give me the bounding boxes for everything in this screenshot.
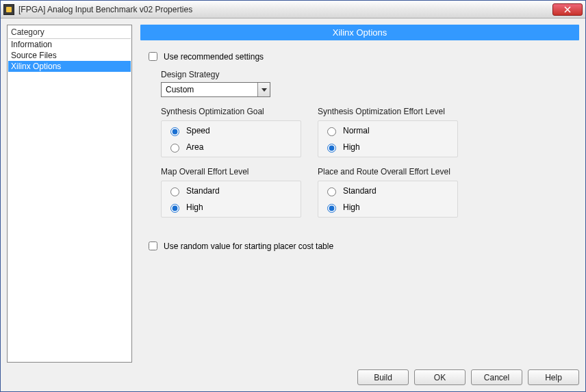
par-effort-standard-label: Standard	[343, 186, 377, 196]
synthesis-goal-options: Speed Area	[161, 120, 301, 157]
svg-marker-2	[262, 88, 267, 92]
window-title: [FPGA] Analog Input Benchmark v02 Proper…	[18, 5, 552, 14]
synthesis-effort-high[interactable]: High	[324, 142, 452, 153]
synthesis-goal-speed-radio[interactable]	[170, 127, 179, 136]
map-effort-options: Standard High	[161, 181, 301, 218]
chevron-down-icon	[262, 88, 267, 92]
synthesis-effort-high-radio[interactable]	[327, 144, 336, 153]
group-row-2: Map Overall Effort Level Standard High	[161, 167, 575, 218]
synthesis-effort-normal[interactable]: Normal	[324, 125, 452, 136]
synthesis-effort-group: Synthesis Optimization Effort Level Norm…	[318, 107, 458, 157]
par-effort-title: Place and Route Overall Effort Level	[318, 167, 458, 177]
design-strategy-label: Design Strategy	[161, 70, 575, 79]
client-area: Category Information Source Files Xilinx…	[1, 18, 585, 391]
close-button[interactable]	[552, 3, 583, 16]
par-effort-group: Place and Route Overall Effort Level Sta…	[318, 167, 458, 218]
help-button[interactable]: Help	[528, 369, 579, 385]
synthesis-effort-normal-label: Normal	[343, 126, 370, 135]
map-effort-high[interactable]: High	[167, 202, 295, 213]
par-effort-options: Standard High	[318, 181, 458, 218]
map-effort-standard-label: Standard	[186, 186, 220, 196]
sidebar-item-xilinx-options[interactable]: Xilinx Options	[8, 61, 131, 72]
par-effort-high-label: High	[343, 202, 360, 212]
close-icon	[564, 6, 571, 13]
sidebar-header: Category	[8, 26, 131, 39]
properties-window: [FPGA] Analog Input Benchmark v02 Proper…	[0, 0, 586, 392]
titlebar: [FPGA] Analog Input Benchmark v02 Proper…	[1, 1, 585, 18]
use-recommended-checkbox[interactable]: Use recommended settings	[146, 50, 575, 63]
category-sidebar: Category Information Source Files Xilinx…	[7, 25, 132, 363]
synthesis-goal-group: Synthesis Optimization Goal Speed Area	[161, 107, 301, 157]
synthesis-goal-area-label: Area	[186, 142, 203, 152]
synthesis-goal-title: Synthesis Optimization Goal	[161, 107, 301, 116]
map-effort-high-label: High	[186, 202, 203, 212]
ok-button[interactable]: OK	[414, 369, 466, 385]
form-area: Use recommended settings Design Strategy…	[140, 40, 579, 259]
synthesis-goal-speed-label: Speed	[186, 126, 210, 135]
par-effort-standard[interactable]: Standard	[324, 185, 452, 196]
use-recommended-label: Use recommended settings	[164, 52, 264, 62]
design-strategy-value: Custom	[166, 85, 194, 94]
group-row-1: Synthesis Optimization Goal Speed Area	[161, 107, 575, 157]
map-effort-group: Map Overall Effort Level Standard High	[161, 167, 301, 218]
main-panel: Xilinx Options Use recommended settings …	[140, 25, 579, 363]
body-row: Category Information Source Files Xilinx…	[7, 25, 579, 363]
synthesis-effort-normal-radio[interactable]	[327, 127, 336, 136]
map-effort-standard[interactable]: Standard	[167, 185, 295, 196]
par-effort-standard-radio[interactable]	[327, 187, 336, 196]
synthesis-effort-title: Synthesis Optimization Effort Level	[318, 107, 458, 116]
use-random-label: Use random value for starting placer cos…	[164, 241, 333, 251]
build-button[interactable]: Build	[357, 369, 409, 385]
use-random-input[interactable]	[149, 241, 157, 250]
map-effort-title: Map Overall Effort Level	[161, 167, 301, 177]
app-icon	[3, 4, 14, 15]
synthesis-effort-high-label: High	[343, 142, 360, 152]
design-strategy-block: Design Strategy Custom Synthesis	[161, 70, 575, 218]
sidebar-item-information[interactable]: Information	[8, 39, 131, 50]
section-banner: Xilinx Options	[140, 25, 579, 40]
cancel-button[interactable]: Cancel	[471, 369, 522, 385]
use-random-checkbox[interactable]: Use random value for starting placer cos…	[146, 239, 575, 252]
synthesis-goal-area[interactable]: Area	[167, 142, 295, 153]
synthesis-goal-area-radio[interactable]	[170, 144, 179, 153]
synthesis-goal-speed[interactable]: Speed	[167, 125, 295, 136]
button-bar: Build OK Cancel Help	[7, 363, 579, 385]
design-strategy-combo[interactable]: Custom	[161, 82, 270, 97]
par-effort-high-radio[interactable]	[327, 204, 336, 213]
use-recommended-input[interactable]	[149, 52, 157, 61]
synthesis-effort-options: Normal High	[318, 120, 458, 157]
map-effort-high-radio[interactable]	[170, 204, 179, 213]
map-effort-standard-radio[interactable]	[170, 187, 179, 196]
par-effort-high[interactable]: High	[324, 202, 452, 213]
combo-dropdown-button[interactable]	[257, 83, 270, 96]
sidebar-item-source-files[interactable]: Source Files	[8, 50, 131, 61]
